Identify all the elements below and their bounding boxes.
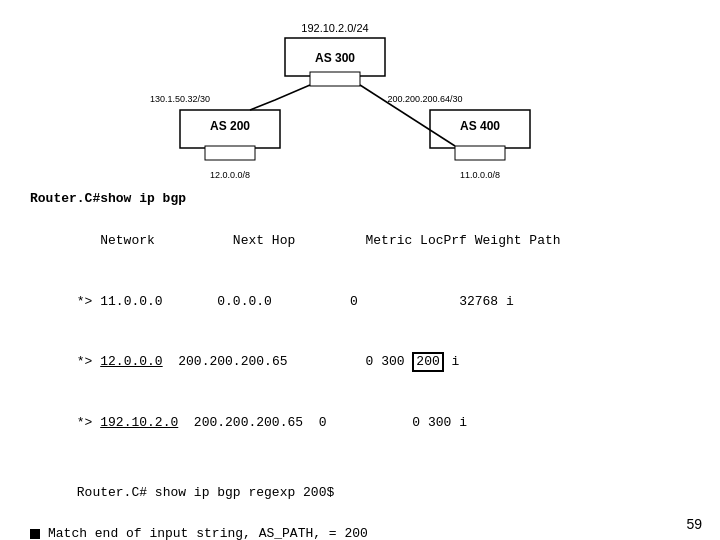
regexp-command: show ip bgp regexp 200$ (155, 485, 334, 500)
row1-metric: 0 (350, 294, 358, 309)
page-number: 59 (686, 516, 702, 532)
col-metric: Metric (295, 233, 420, 248)
regexp-bullet-1-text: Match end of input string, AS_PATH, = 20… (48, 523, 368, 540)
row3-metric: 0 (319, 415, 327, 430)
row2-nexthop: 200.200.200.65 (178, 354, 287, 369)
row1-weight: 32768 (459, 294, 498, 309)
svg-rect-12 (455, 146, 505, 160)
row2-network: 12.0.0.0 (100, 354, 162, 369)
cli-column-headers: Network Next Hop Metric LocPrf Weight Pa… (30, 211, 690, 271)
regexp-prompt-line: Router.C# show ip bgp regexp 200$ (30, 463, 690, 523)
col-nexthop: Next Hop (233, 233, 295, 248)
row3-marker: *> (77, 415, 93, 430)
row1-network: 11.0.0.0 (100, 294, 162, 309)
cli-section: Router.C#show ip bgp Network Next Hop Me… (30, 189, 690, 453)
row1-nexthop: 0.0.0.0 (217, 294, 272, 309)
regexp-prompt: Router.C# (77, 485, 147, 500)
svg-text:11.0.0.0/8: 11.0.0.0/8 (460, 170, 500, 180)
row3-nexthop: 200.200.200.65 (194, 415, 303, 430)
svg-text:AS 300: AS 300 (315, 51, 355, 65)
network-diagram: 192.10.2.0/24 AS 300 Router.A AS 200 Rou… (120, 10, 600, 180)
bgp-row-2: *> 12.0.0.0 200.200.200.65 0 300 200 i (30, 332, 690, 392)
svg-text:192.10.2.0/24: 192.10.2.0/24 (301, 22, 368, 34)
bgp-row-1: *> 11.0.0.0 0.0.0.0 0 32768 i (30, 272, 690, 332)
regexp-section: Router.C# show ip bgp regexp 200$ Match … (30, 463, 690, 540)
row3-weight: 0 (412, 415, 420, 430)
page-container: 192.10.2.0/24 AS 300 Router.A AS 200 Rou… (0, 0, 720, 540)
row2-marker: *> (77, 354, 93, 369)
row1-marker: *> (77, 294, 93, 309)
col-weight: Weight (467, 233, 529, 248)
diagram-area: 192.10.2.0/24 AS 300 Router.A AS 200 Rou… (30, 10, 690, 185)
svg-text:12.0.0.0/8: 12.0.0.0/8 (210, 170, 250, 180)
col-network: Network (77, 233, 233, 248)
svg-rect-8 (205, 146, 255, 160)
bgp-row-3: *> 192.10.2.0 200.200.200.65 0 0 300 i (30, 392, 690, 452)
row2-path-pre: 300 (381, 354, 404, 369)
svg-text:130.1.50.32/30: 130.1.50.32/30 (150, 94, 210, 104)
col-path: Path (529, 233, 560, 248)
row3-network: 192.10.2.0 (100, 415, 178, 430)
col-locprf: LocPrf (420, 233, 467, 248)
row1-path: i (506, 294, 514, 309)
row3-path: 300 i (428, 415, 467, 430)
svg-text:AS 200: AS 200 (210, 119, 250, 133)
svg-text:200.200.200.64/30: 200.200.200.64/30 (387, 94, 462, 104)
row2-path-box: 200 (412, 352, 443, 372)
bullet-icon-1 (30, 529, 40, 539)
cli-prompt-show: Router.C#show ip bgp (30, 189, 690, 209)
svg-rect-4 (310, 72, 360, 86)
regexp-bullet-1: Match end of input string, AS_PATH, = 20… (30, 523, 690, 540)
row2-path-post: i (452, 354, 460, 369)
svg-text:AS 400: AS 400 (460, 119, 500, 133)
